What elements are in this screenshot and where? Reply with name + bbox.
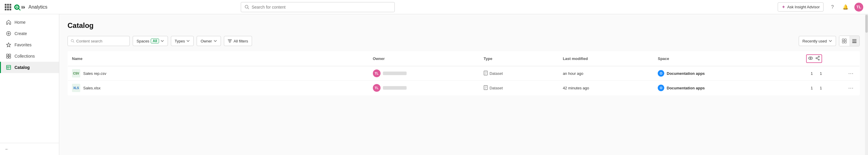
- view-toggle: [839, 36, 860, 46]
- svg-point-2: [16, 6, 18, 8]
- svg-rect-11: [6, 54, 8, 56]
- sidebar-label-collections: Collections: [14, 54, 35, 58]
- recently-used-label: Recently used: [803, 39, 827, 43]
- row2-owner: TL: [373, 84, 475, 92]
- row1-space-name: Documentation apps: [666, 71, 705, 76]
- row2-shares: 1: [820, 86, 822, 90]
- svg-marker-10: [6, 43, 11, 47]
- row1-type-label: Dataset: [490, 71, 503, 76]
- content-search-filter[interactable]: [67, 36, 130, 46]
- scrollbar-thumb[interactable]: [865, 15, 868, 33]
- types-filter-button[interactable]: Types: [171, 36, 194, 46]
- app-grid-icon[interactable]: [5, 4, 11, 10]
- row2-type-cell: Dataset: [479, 81, 559, 95]
- insight-advisor-button[interactable]: ✦ Ask Insight Advisor: [778, 2, 824, 11]
- row1-modified: an hour ago: [563, 71, 583, 76]
- row2-more-button[interactable]: ⋯: [846, 84, 855, 92]
- all-filters-button[interactable]: All filters: [224, 36, 252, 46]
- col-header-name: Name: [68, 51, 369, 66]
- topbar-right: ✦ Ask Insight Advisor ? 🔔 TL: [778, 2, 863, 11]
- svg-rect-22: [845, 39, 846, 41]
- grid-view-button[interactable]: [839, 36, 849, 46]
- collapse-icon: ←: [5, 147, 9, 151]
- svg-line-34: [817, 57, 818, 58]
- sidebar-item-catalog[interactable]: Catalog: [0, 62, 59, 73]
- svg-point-33: [816, 58, 817, 59]
- svg-rect-23: [842, 41, 844, 43]
- svg-point-30: [810, 58, 811, 59]
- qlik-logo[interactable]: lik: [13, 4, 25, 11]
- user-avatar[interactable]: TL: [855, 3, 863, 11]
- sidebar-item-favorites[interactable]: Favorites: [0, 39, 59, 50]
- svg-line-35: [817, 58, 818, 59]
- owner-label: Owner: [200, 39, 212, 43]
- owner-filter-button[interactable]: Owner: [197, 36, 221, 46]
- catalog-icon: [6, 64, 11, 70]
- sidebar-collapse-button[interactable]: ←: [0, 143, 59, 155]
- svg-point-32: [818, 59, 819, 60]
- recently-used-button[interactable]: Recently used: [799, 36, 836, 46]
- row1-views: 1: [810, 71, 813, 76]
- row2-stats-cell: 1 1: [765, 81, 828, 95]
- sidebar-nav: Home Create Favorites Collections Catalo…: [0, 14, 59, 143]
- row2-file-cell: XLS Sales.xlsx: [72, 84, 365, 92]
- notifications-button[interactable]: 🔔: [841, 3, 850, 11]
- spaces-filter-button[interactable]: Spaces All: [133, 36, 168, 46]
- eye-col-icon: [808, 55, 813, 62]
- sidebar: Home Create Favorites Collections Catalo…: [0, 0, 59, 155]
- col-header-owner: Owner: [369, 51, 479, 66]
- col-header-last-modified: Last modified: [559, 51, 654, 66]
- row2-actions: ⋯: [832, 84, 855, 92]
- row2-space-cell: O Documentation apps: [654, 81, 764, 95]
- favorites-icon: [6, 42, 11, 48]
- row1-actions-cell: ⋯: [828, 66, 860, 81]
- col-header-type: Type: [479, 51, 559, 66]
- sidebar-item-collections[interactable]: Collections: [0, 50, 59, 62]
- spaces-label: Spaces: [136, 39, 149, 43]
- row2-type: Dataset: [484, 85, 554, 91]
- svg-line-6: [248, 8, 249, 9]
- page-title: Catalog: [67, 21, 860, 30]
- global-search-input[interactable]: [252, 5, 391, 9]
- global-search-bar[interactable]: [241, 2, 395, 12]
- svg-rect-14: [9, 56, 11, 58]
- types-chevron-icon: [186, 39, 190, 43]
- row1-owner: TL: [373, 70, 475, 77]
- help-button[interactable]: ?: [828, 3, 837, 11]
- list-view-button[interactable]: [849, 36, 860, 46]
- create-icon: [6, 31, 11, 36]
- dataset-icon-2: [484, 85, 488, 91]
- svg-rect-12: [9, 54, 11, 56]
- svg-line-20: [73, 42, 74, 43]
- topbar-left: lik Analytics: [5, 4, 48, 11]
- dataset-icon: [484, 71, 488, 76]
- content-search-input[interactable]: [76, 39, 126, 43]
- row2-type-label: Dataset: [490, 86, 503, 90]
- list-view-icon: [852, 38, 857, 43]
- share-col-icon: [815, 55, 820, 62]
- row1-shares: 1: [820, 71, 822, 76]
- row1-space-badge: O: [658, 70, 664, 77]
- insight-star-icon: ✦: [781, 4, 785, 10]
- table-row: XLS Sales.xlsx TL: [68, 81, 860, 95]
- xlsx-file-icon: XLS: [72, 84, 80, 92]
- row2-space: O Documentation apps: [658, 85, 760, 91]
- row1-owner-avatar: TL: [373, 70, 380, 77]
- row2-modified: 42 minutes ago: [563, 86, 589, 90]
- svg-text:lik: lik: [21, 5, 25, 9]
- main-inner: Catalog Spaces All Types Owner: [59, 14, 868, 102]
- sidebar-item-create[interactable]: Create: [0, 28, 59, 39]
- table-row: CSV Sales rep.csv TL: [68, 66, 860, 81]
- row1-space-cell: O Documentation apps: [654, 66, 764, 81]
- catalog-table-body: CSV Sales rep.csv TL: [68, 66, 860, 95]
- spaces-chevron-icon: [160, 39, 164, 43]
- svg-rect-24: [845, 41, 846, 43]
- row2-name-cell: XLS Sales.xlsx: [68, 81, 369, 95]
- row1-owner-cell: TL: [369, 66, 479, 81]
- row1-space: O Documentation apps: [658, 70, 760, 77]
- svg-point-31: [818, 56, 819, 57]
- row1-more-button[interactable]: ⋯: [846, 70, 855, 77]
- spaces-badge: All: [151, 38, 159, 43]
- sidebar-item-home[interactable]: Home: [0, 17, 59, 28]
- row2-views: 1: [810, 86, 813, 90]
